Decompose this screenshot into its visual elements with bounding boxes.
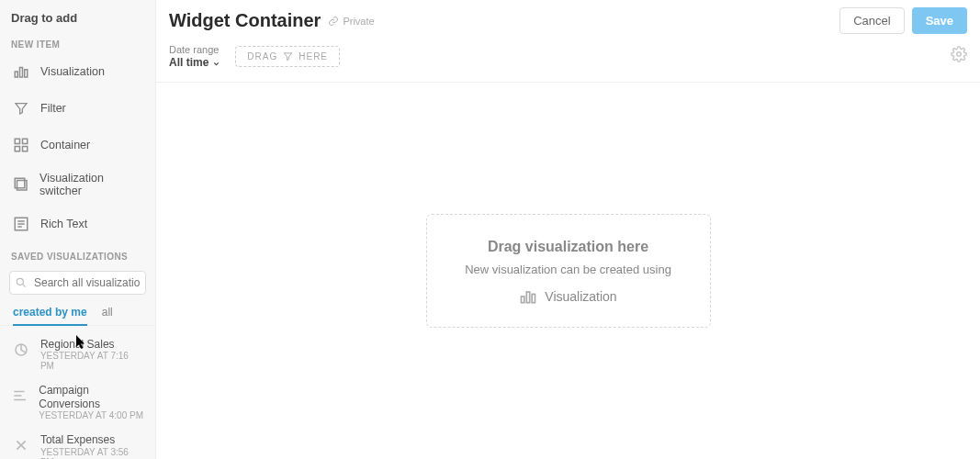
dropzone-trigger-label: Visualization — [545, 289, 616, 304]
saved-viz-name: Regional Sales — [40, 338, 144, 351]
new-item-list: Visualization Filter Container Visualiza… — [0, 53, 155, 242]
new-item-label: Rich Text — [40, 218, 87, 230]
new-item-label: Visualization — [40, 65, 105, 78]
svg-point-13 — [17, 278, 23, 285]
visualization-drop-zone[interactable]: Drag visualization here New visualizatio… — [426, 214, 711, 328]
saved-viz-time: YESTERDAY AT 4:00 PM — [39, 410, 144, 420]
date-range-label: Date range — [169, 43, 220, 56]
new-item-filter[interactable]: Filter — [0, 90, 155, 127]
section-new-item: NEW ITEM — [0, 30, 155, 53]
svg-point-21 — [957, 52, 962, 57]
drag-to-add-title: Drag to add — [0, 0, 155, 30]
link-icon — [328, 16, 339, 27]
bar-chart-icon — [11, 62, 31, 82]
new-item-visualization[interactable]: Visualization — [0, 53, 155, 90]
saved-viz-time: YESTERDAY AT 7:16 PM — [40, 351, 144, 371]
date-range-selector[interactable]: Date range All time — [169, 43, 220, 71]
main: Widget Container Private Cancel Save Dat… — [156, 0, 980, 459]
switcher-icon — [11, 174, 30, 195]
container-icon — [11, 135, 31, 155]
saved-viz-item[interactable]: Regional Sales YESTERDAY AT 7:16 PM — [0, 331, 155, 377]
saved-viz-tabs: created by me all — [0, 298, 155, 326]
chevron-down-icon — [212, 60, 220, 68]
controls-bar: Date range All time DRAG HERE — [156, 39, 980, 83]
svg-rect-4 — [23, 139, 28, 143]
tab-created-by-me[interactable]: created by me — [13, 306, 87, 326]
saved-viz-item[interactable]: Total Expenses YESTERDAY AT 3:56 PM — [0, 427, 155, 459]
svg-rect-22 — [522, 297, 524, 303]
search-icon — [15, 276, 28, 289]
filter-drop-target[interactable]: DRAG HERE — [235, 46, 340, 67]
topbar: Widget Container Private Cancel Save — [156, 0, 980, 39]
here-word: HERE — [299, 51, 328, 62]
privacy-toggle[interactable]: Private — [328, 16, 374, 27]
svg-rect-3 — [15, 139, 19, 143]
svg-rect-2 — [25, 70, 28, 77]
privacy-label: Private — [343, 16, 374, 27]
canvas[interactable]: Drag visualization here New visualizatio… — [156, 83, 980, 459]
cancel-button[interactable]: Cancel — [839, 7, 904, 34]
drag-word: DRAG — [247, 51, 277, 62]
search-input[interactable] — [9, 271, 146, 295]
svg-rect-23 — [527, 292, 530, 303]
date-range-value: All time — [169, 56, 208, 71]
pie-icon — [11, 340, 31, 360]
save-button[interactable]: Save — [912, 7, 967, 34]
saved-viz-time: YESTERDAY AT 3:56 PM — [40, 447, 144, 459]
page-title[interactable]: Widget Container — [169, 10, 321, 31]
new-item-rich-text[interactable]: Rich Text — [0, 206, 155, 242]
svg-rect-0 — [15, 72, 17, 77]
funnel-icon — [11, 98, 31, 118]
dropzone-create-visualization[interactable]: Visualization — [519, 287, 616, 306]
search-visualizations[interactable] — [9, 271, 146, 295]
new-item-label: Container — [40, 139, 90, 151]
saved-viz-name: Total Expenses — [40, 433, 144, 446]
svg-line-14 — [22, 284, 25, 286]
new-item-label: Visualization switcher — [39, 172, 144, 197]
tab-all[interactable]: all — [102, 306, 113, 325]
sidebar: Drag to add NEW ITEM Visualization Filte… — [0, 0, 156, 459]
saved-viz-name: Campaign Conversions — [39, 384, 144, 410]
new-item-container[interactable]: Container — [0, 127, 155, 163]
svg-rect-5 — [15, 147, 19, 151]
svg-rect-24 — [532, 294, 535, 302]
bar-chart-icon — [519, 287, 537, 306]
saved-viz-list: Regional Sales YESTERDAY AT 7:16 PM Camp… — [0, 326, 155, 459]
svg-rect-1 — [20, 68, 23, 78]
funnel-small-icon — [283, 51, 293, 62]
svg-rect-6 — [23, 147, 28, 151]
x-icon — [11, 435, 31, 455]
hbar-icon — [11, 386, 29, 406]
new-item-label: Filter — [40, 102, 66, 115]
rich-text-icon — [11, 214, 31, 234]
dropzone-title: Drag visualization here — [442, 239, 695, 255]
saved-viz-item[interactable]: Campaign Conversions YESTERDAY AT 4:00 P… — [0, 377, 155, 427]
dropzone-subtitle: New visualization can be created using — [442, 263, 695, 276]
gear-icon[interactable] — [951, 46, 967, 62]
new-item-viz-switcher[interactable]: Visualization switcher — [0, 163, 155, 206]
section-saved-viz: SAVED VISUALIZATIONS — [0, 242, 155, 265]
